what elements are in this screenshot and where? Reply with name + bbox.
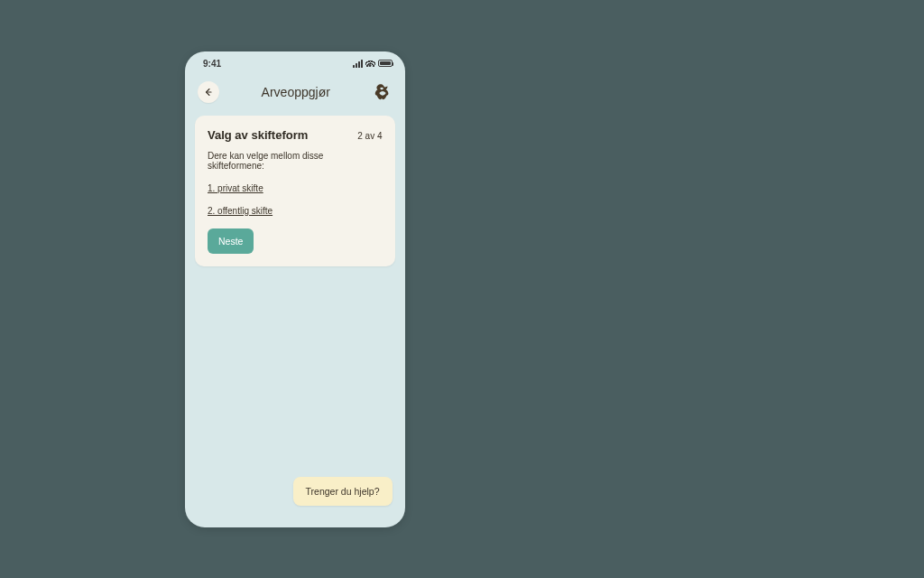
arrow-left-icon [203,87,214,98]
card-description: Dere kan velge mellom disse skifteformen… [208,151,383,171]
screen-title: Arveoppgjør [219,85,373,99]
status-time: 9:41 [203,59,221,69]
coat-of-arms-icon [373,82,393,102]
phone-frame: 9:41 Arveoppgjør Valg av skifteform 2 av… [185,51,405,527]
wifi-icon [365,60,375,67]
status-bar: 9:41 [185,51,405,72]
battery-icon [378,60,393,67]
next-button[interactable]: Neste [208,228,254,254]
cellular-icon [353,60,363,68]
step-indicator: 2 av 4 [357,131,382,141]
status-icons [353,60,393,68]
option-privat-skifte[interactable]: 1. privat skifte [208,183,383,193]
top-bar: Arveoppgjør [185,72,405,116]
back-button[interactable] [198,81,219,103]
option-offentlig-skifte[interactable]: 2. offentlig skifte [208,206,383,216]
card-header: Valg av skifteform 2 av 4 [208,128,383,142]
card-title: Valg av skifteform [208,128,308,142]
help-button[interactable]: Trenger du hjelp? [293,477,393,506]
step-card: Valg av skifteform 2 av 4 Dere kan velge… [195,116,395,266]
